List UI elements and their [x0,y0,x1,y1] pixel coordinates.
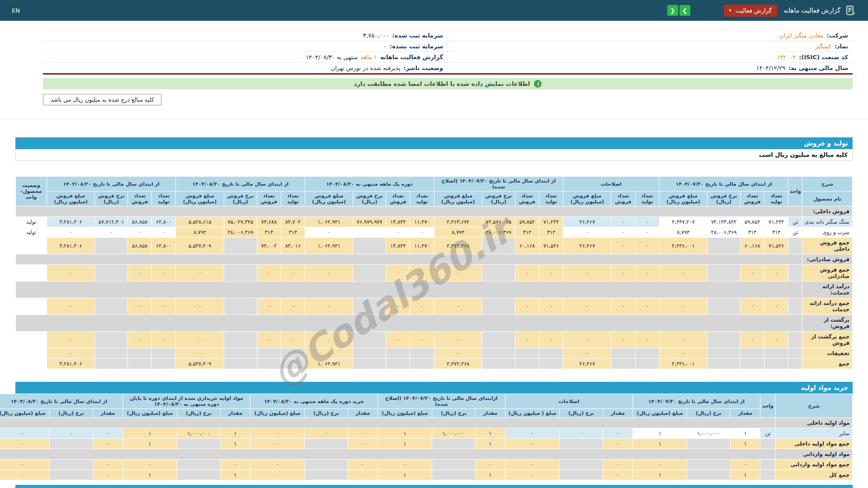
value-cell: ۰ [47,348,94,359]
header-subcolumn: مبلغ فروش (میلیون ریال) [659,192,707,206]
language-en-link[interactable]: EN [12,7,20,14]
value-cell: ۸,۷۹۴ [176,227,224,238]
symbol-link[interactable]: کمنگنز [815,43,831,50]
report-type-dropdown-button[interactable]: گزارش فعالیت ▾ [724,5,777,17]
value-cell [49,460,93,470]
report-period-cell: گزارش فعالیت ماهانه ۱ ماهه منتهی به ۱۴۰۴… [43,52,448,62]
header-subcolumn: مقدار [348,409,377,418]
value-cell [741,359,764,369]
raw-materials-table: شرحواحداز ابتدای سال مالی تا تاریخ ۱۴۰۴/… [0,394,853,480]
header-subcolumn: نرخ فروش (ریال) [353,192,386,206]
value-cell: ۰ [741,298,764,315]
value-cell [539,359,563,369]
report-period-label: گزارش فعالیت ماهانه [380,54,443,61]
value-cell: ۸,۷۹۴ [434,227,482,238]
value-cell: ۰ [128,298,152,315]
value-cell [410,348,434,359]
registered-capital-label: سرمایه ثبت شده: [392,32,443,39]
value-cell [410,359,434,369]
value-cell: ۱ [632,428,687,439]
isic-value: ۱۳۲۰۰۴ [777,54,796,61]
value-cell [257,359,281,369]
header-product-name: نام محصول [802,192,853,206]
value-cell: ۰ [93,470,123,480]
header-unit: واحد [760,394,776,418]
prev-report-button[interactable]: ❮ [667,5,678,16]
company-link[interactable]: معادن منگنز ایران [779,32,824,39]
value-cell: ۰ [123,460,177,470]
value-cell: ۲۸,۰۰۶,۳۶۹ [708,227,741,238]
value-cell: ۰ [563,348,611,359]
unregistered-capital-label: سرمایه ثبت نشده: [390,43,443,50]
amounts-note-wrap: کلیه مبالغ درج شده به میلیون ریال می باش… [43,94,853,105]
table-row: جمع فروش صادراتی۰۰۰۰۰۰۰۰۰۰۰۰۰۰۰۰۰۰ [16,265,853,282]
value-cell [95,359,128,369]
topbar-report-controls: گزارش فعالیت ماهانه گزارش فعالیت ▾ ❯ ❮ [667,5,856,17]
value-cell: ۰ [539,332,563,348]
value-cell: ۲۶,۴۶۷ [563,217,611,227]
units-note-row: کلیه مبالغ به میلیون ریال است [15,149,853,161]
row-label: فروش داخلی: [802,206,853,217]
value-cell [687,470,731,480]
value-cell: ۰ [635,298,659,315]
value-cell: ۰ [603,470,632,480]
table-row: جمع کل۱۱۰۰۱۱۰۰۱۱۰۰ [0,470,853,480]
value-cell: ۰ [176,298,224,315]
value-cell: ۰ [563,265,611,282]
header-period-group-3: خرید دوره یک ماهه منتهی به ۱۴۰۴/۰۸/۳۰ [250,394,377,409]
value-cell: ۰ [659,332,707,348]
header-subcolumn: تعداد فروش [515,192,539,206]
value-cell [95,265,128,282]
value-cell: ۰ [563,227,611,238]
header-subcolumn: مبلغ (میلیون ریال) [632,409,687,418]
value-cell: ۷۴,۱۳۳,۸۴۲ [708,217,741,227]
value-cell: ۰ [95,227,128,238]
value-cell: ۰ [93,439,123,449]
value-cell [353,265,386,282]
value-cell: ۱ [377,470,432,480]
value-cell: ۰ [257,265,281,282]
symbol-cell: نماد: کمنگنز [448,41,853,52]
value-cell: ۰ [386,332,410,348]
value-cell: ۵۶,۸۵۸ [128,238,152,254]
header-description: شرح [802,177,853,192]
value-cell: ۰ [764,332,788,348]
value-cell: ۷۱,۲۳۲ [539,217,563,227]
value-cell: ۱,۰۰۰,۰۰۰ [177,428,220,439]
value-cell: ۱ [475,428,505,439]
next-report-button[interactable]: ❯ [679,5,690,16]
value-cell: ۱ [731,470,760,480]
section-row: برگشت از فروش: [16,315,853,332]
value-cell: ۰ [152,227,176,238]
value-cell: ۳,۲۸۱,۴۰۶ [47,238,94,254]
value-cell: ۰ [49,428,93,439]
value-cell: ۰ [0,460,49,470]
value-cell [482,332,515,348]
value-cell: ۴,۴۴۶,۰۰۱ [659,359,707,369]
value-cell: ۴,۴۴۶,۰۰۱ [659,238,707,254]
report-period-end: منتهی به ۱۴۰۴/۰۸/۳۰ [306,54,358,61]
report-icon[interactable] [845,5,856,16]
value-cell: ۰ [348,470,377,480]
header-subcolumn: نرخ فروش (ریال) [708,192,741,206]
value-cell: ۰ [128,227,152,238]
status-cell [16,238,47,254]
value-cell: ۰ [0,439,49,449]
unit-cell [788,332,802,348]
header-subcolumn: مبلغ (میلیون ریال) [123,409,177,418]
header-subcolumn: تعداد تولید [410,192,434,206]
value-cell: ۲۶,۴۶۷ [563,238,611,254]
value-cell: ۰ [410,227,434,238]
value-cell: ۰ [281,265,305,282]
value-cell: ۰ [257,298,281,315]
header-subcolumn: مقدار [731,409,760,418]
value-cell: ۰ [281,298,305,315]
value-cell: ۱,۰۶۴,۹۴۱ [305,217,353,227]
value-cell [281,359,305,369]
header-subcolumn: نرخ فروش (ریال) [224,192,257,206]
header-subcolumn: مبلغ فروش (میلیون ریال) [176,192,224,206]
value-cell: ۰ [659,265,707,282]
isic-cell: کد صنعت (ISIC): ۱۳۲۰۰۴ [448,52,853,62]
value-cell [559,470,603,480]
value-cell: ۰ [611,298,635,315]
